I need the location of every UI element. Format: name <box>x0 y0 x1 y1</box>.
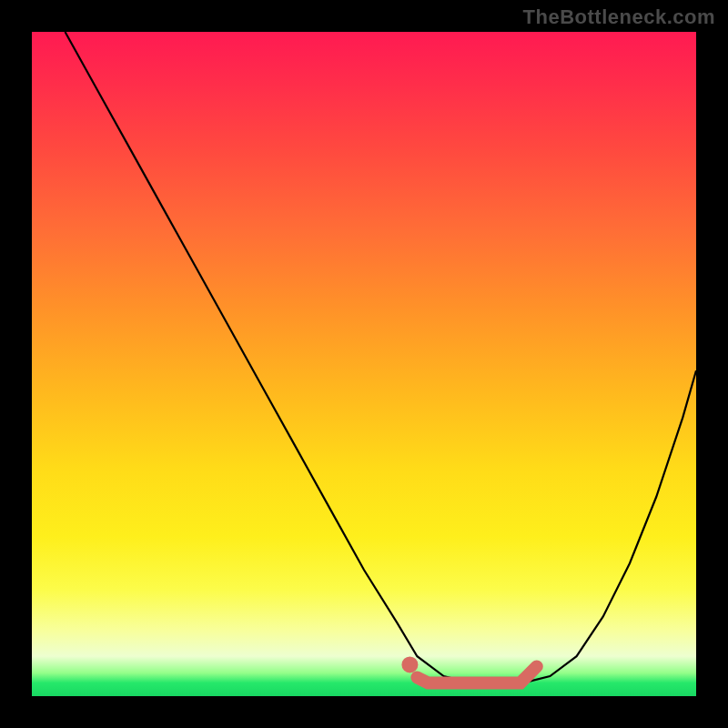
watermark-text: TheBottleneck.com <box>523 5 715 29</box>
gradient-plot-area <box>32 32 696 696</box>
optimal-range-dot-icon <box>401 656 418 672</box>
chart-stage: TheBottleneck.com <box>0 0 728 728</box>
bottleneck-curve-line <box>66 32 697 682</box>
curve-svg <box>32 32 696 696</box>
